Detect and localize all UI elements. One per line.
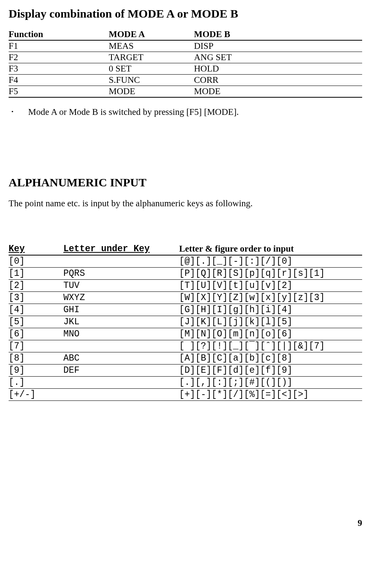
keys-cell: [8] xyxy=(9,352,63,365)
modes-cell: 0 SET xyxy=(109,63,194,75)
modes-row: F30 SETHOLD xyxy=(9,63,362,75)
keys-cell: DEF xyxy=(63,365,179,377)
keys-cell: [G][H][I][g][h][i][4] xyxy=(179,304,362,316)
keys-cell: TUV xyxy=(63,280,179,292)
keys-row: [+/-][+][-][*][/][%][=][<][>] xyxy=(9,389,362,401)
keys-cell: GHI xyxy=(63,304,179,316)
keys-header-letters: Letter under Key xyxy=(63,243,179,255)
modes-row: F4S.FUNCCORR xyxy=(9,75,362,86)
modes-cell: TARGET xyxy=(109,52,194,63)
keys-cell: WXYZ xyxy=(63,292,179,304)
keys-cell: [W][X][Y][Z][w][x][y][z][3] xyxy=(179,292,362,304)
keys-cell: [+][-][*][/][%][=][<][>] xyxy=(179,389,362,401)
mode-switch-note: ･ Mode A or Mode B is switched by pressi… xyxy=(9,107,362,117)
keys-cell: [A][B][C][a][b][c][8] xyxy=(179,352,362,365)
keys-cell: [+/-] xyxy=(9,389,63,401)
keys-cell: ABC xyxy=(63,352,179,365)
modes-cell: F2 xyxy=(9,52,109,63)
keys-row: [6]MNO[M][N][O][m][n][o][6] xyxy=(9,328,362,340)
modes-row: F5MODEMODE xyxy=(9,86,362,98)
keys-cell: [@][.][_][-][:][/][0] xyxy=(179,255,362,268)
keys-cell xyxy=(63,377,179,389)
modes-cell: MODE xyxy=(109,86,194,98)
keys-cell: JKL xyxy=(63,316,179,328)
keys-cell: [3] xyxy=(9,292,63,304)
keys-table: Key Letter under Key Letter & figure ord… xyxy=(9,243,362,401)
modes-header-mode-a: MODE A xyxy=(109,29,194,40)
keys-row: [0][@][.][_][-][:][/][0] xyxy=(9,255,362,268)
keys-row: [4]GHI[G][H][I][g][h][i][4] xyxy=(9,304,362,316)
modes-body: F1MEASDISPF2TARGETANG SETF30 SETHOLDF4S.… xyxy=(9,40,362,97)
keys-cell: [2] xyxy=(9,280,63,292)
keys-cell: [D][E][F][d][e][f][9] xyxy=(179,365,362,377)
modes-cell: F4 xyxy=(9,75,109,86)
keys-cell: [P][Q][R][S][p][q][r][s][1] xyxy=(179,268,362,280)
modes-cell: DISP xyxy=(194,40,362,52)
bullet-dot-icon: ･ xyxy=(9,107,28,117)
keys-cell: [J][K][L][j][k][l][5] xyxy=(179,316,362,328)
mode-switch-note-text: Mode A or Mode B is switched by pressing… xyxy=(28,107,239,117)
modes-cell: CORR xyxy=(194,75,362,86)
modes-cell: MODE xyxy=(194,86,362,98)
keys-body: [0][@][.][_][-][:][/][0][1]PQRS[P][Q][R]… xyxy=(9,255,362,401)
modes-cell: MEAS xyxy=(109,40,194,52)
keys-cell: [6] xyxy=(9,328,63,340)
modes-table: Function MODE A MODE B F1MEASDISPF2TARGE… xyxy=(9,29,362,98)
modes-cell: F3 xyxy=(9,63,109,75)
keys-row: [1]PQRS[P][Q][R][S][p][q][r][s][1] xyxy=(9,268,362,280)
keys-cell: [M][N][O][m][n][o][6] xyxy=(179,328,362,340)
page-heading-alphanumeric: ALPHANUMERIC INPUT xyxy=(9,176,362,189)
keys-row: [2]TUV[T][U][V][t][u][v][2] xyxy=(9,280,362,292)
modes-row: F2TARGETANG SET xyxy=(9,52,362,63)
keys-row: [9]DEF[D][E][F][d][e][f][9] xyxy=(9,365,362,377)
modes-header-mode-b: MODE B xyxy=(194,29,362,40)
keys-cell xyxy=(63,389,179,401)
modes-cell: ANG SET xyxy=(194,52,362,63)
keys-row: [8]ABC[A][B][C][a][b][c][8] xyxy=(9,352,362,365)
keys-row: [7][ ][?][!][_][¯][ˆ][|][&][7] xyxy=(9,340,362,352)
keys-cell xyxy=(63,255,179,268)
page-heading-modes: Display combination of MODE A or MODE B xyxy=(9,7,362,20)
keys-cell: MNO xyxy=(63,328,179,340)
modes-cell: F5 xyxy=(9,86,109,98)
page-number: 9 xyxy=(9,518,362,528)
keys-cell: [9] xyxy=(9,365,63,377)
keys-cell: [.] xyxy=(9,377,63,389)
keys-cell: [0] xyxy=(9,255,63,268)
keys-header-inputorder: Letter & figure order to input xyxy=(179,243,362,255)
modes-cell: F1 xyxy=(9,40,109,52)
keys-cell: [1] xyxy=(9,268,63,280)
keys-header-row: Key Letter under Key Letter & figure ord… xyxy=(9,243,362,255)
keys-header-key: Key xyxy=(9,243,63,255)
modes-cell: HOLD xyxy=(194,63,362,75)
keys-cell: [7] xyxy=(9,340,63,352)
modes-header-row: Function MODE A MODE B xyxy=(9,29,362,40)
keys-cell: [T][U][V][t][u][v][2] xyxy=(179,280,362,292)
keys-cell: [ ][?][!][_][¯][ˆ][|][&][7] xyxy=(179,340,362,352)
keys-cell: [.][,][:][;][#][(][)] xyxy=(179,377,362,389)
keys-row: [3]WXYZ[W][X][Y][Z][w][x][y][z][3] xyxy=(9,292,362,304)
keys-row: [.][.][,][:][;][#][(][)] xyxy=(9,377,362,389)
modes-header-function: Function xyxy=(9,29,109,40)
keys-cell: [4] xyxy=(9,304,63,316)
keys-row: [5]JKL[J][K][L][j][k][l][5] xyxy=(9,316,362,328)
keys-cell: [5] xyxy=(9,316,63,328)
keys-cell xyxy=(63,340,179,352)
alphanumeric-intro: The point name etc. is input by the alph… xyxy=(9,198,362,209)
modes-cell: S.FUNC xyxy=(109,75,194,86)
keys-cell: PQRS xyxy=(63,268,179,280)
modes-row: F1MEASDISP xyxy=(9,40,362,52)
